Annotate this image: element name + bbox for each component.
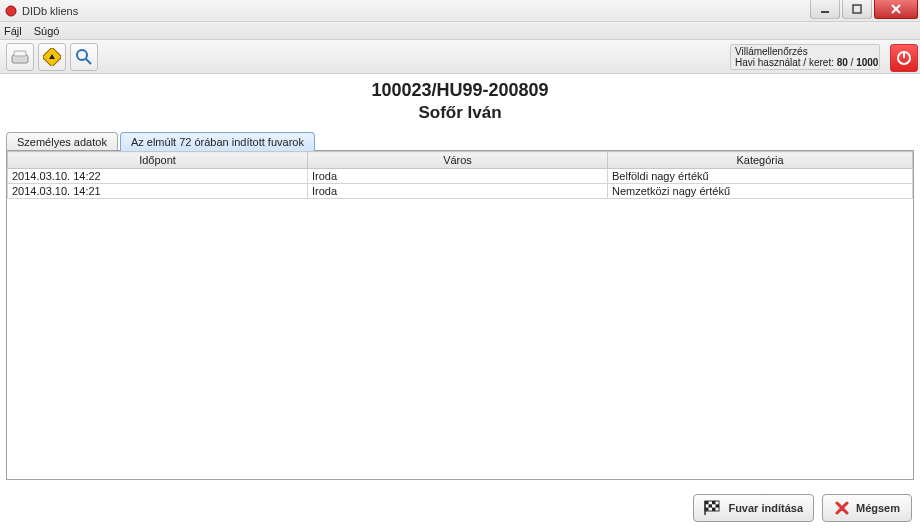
table-row[interactable]: 2014.03.10. 14:21 Iroda Nemzetközi nagy … [8, 184, 913, 199]
window-close-button[interactable] [874, 0, 918, 19]
toolbar-search-button[interactable] [70, 43, 98, 71]
toolbar-sign-button[interactable] [38, 43, 66, 71]
svg-rect-13 [709, 504, 713, 507]
cancel-label: Mégsem [856, 502, 900, 514]
window-maximize-button[interactable] [842, 0, 872, 19]
record-id: 100023/HU99-200809 [0, 80, 920, 101]
cell-time: 2014.03.10. 14:21 [8, 184, 308, 199]
power-icon [896, 50, 912, 66]
menu-file[interactable]: Fájl [4, 25, 22, 37]
cell-city: Iroda [308, 169, 608, 184]
usage-detail: Havi használat / keret: 80 / 1000 [735, 57, 875, 68]
tab-personal-data[interactable]: Személyes adatok [6, 132, 118, 151]
cancel-button[interactable]: Mégsem [822, 494, 912, 522]
svg-rect-14 [716, 504, 720, 507]
start-trip-button[interactable]: Fuvar indítása [693, 494, 814, 522]
svg-point-0 [6, 6, 16, 16]
cell-category: Belföldi nagy értékű [608, 169, 913, 184]
menu-help[interactable]: Súgó [34, 25, 60, 37]
flag-icon [704, 500, 722, 516]
col-header-city[interactable]: Város [308, 152, 608, 169]
svg-rect-1 [821, 11, 829, 13]
table-row[interactable]: 2014.03.10. 14:22 Iroda Belföldi nagy ér… [8, 169, 913, 184]
usage-title: Villámellenőrzés [735, 46, 875, 57]
svg-line-7 [86, 59, 91, 64]
scanner-icon [11, 49, 29, 65]
app-icon [4, 4, 18, 18]
col-header-category[interactable]: Kategória [608, 152, 913, 169]
svg-rect-2 [853, 5, 861, 13]
cell-city: Iroda [308, 184, 608, 199]
search-icon [75, 48, 93, 66]
tab-recent-trips[interactable]: Az elmúlt 72 órában indított fuvarok [120, 132, 315, 151]
col-header-time[interactable]: Időpont [8, 152, 308, 169]
svg-rect-12 [712, 501, 716, 504]
svg-rect-4 [14, 51, 26, 56]
sign-icon [43, 48, 61, 66]
cell-category: Nemzetközi nagy értékű [608, 184, 913, 199]
record-name: Sofőr Iván [0, 103, 920, 123]
toolbar-scanner-button[interactable] [6, 43, 34, 71]
trips-grid: Időpont Város Kategória 2014.03.10. 14:2… [6, 150, 914, 480]
usage-box: Villámellenőrzés Havi használat / keret:… [730, 44, 880, 70]
toolbar-power-button[interactable] [890, 44, 918, 72]
cell-time: 2014.03.10. 14:22 [8, 169, 308, 184]
svg-point-6 [77, 50, 87, 60]
svg-rect-16 [712, 508, 716, 511]
close-icon [834, 500, 850, 516]
window-title: DIDb kliens [22, 5, 78, 17]
window-minimize-button[interactable] [810, 0, 840, 19]
start-trip-label: Fuvar indítása [728, 502, 803, 514]
